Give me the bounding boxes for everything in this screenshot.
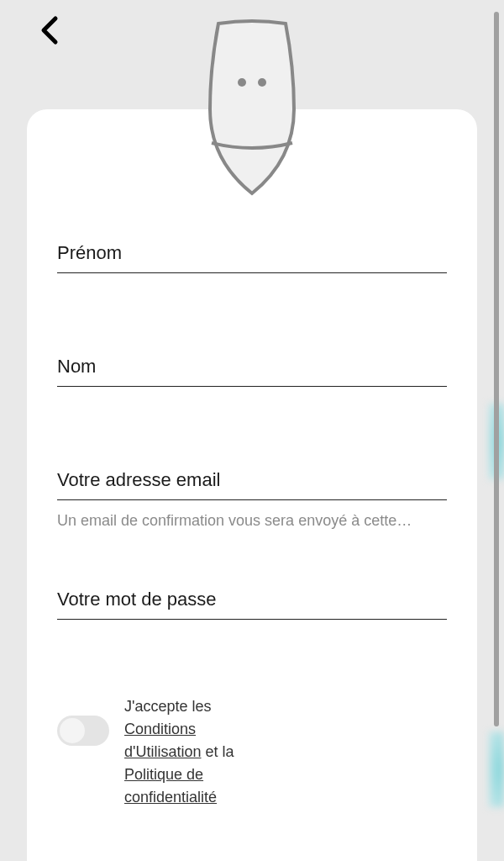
svg-point-1: [258, 78, 266, 87]
consent-prefix: J'accepte les: [124, 698, 212, 715]
scrollbar[interactable]: [494, 12, 499, 726]
svg-point-0: [238, 78, 246, 87]
terms-link[interactable]: Conditions d'Utilisation: [124, 721, 201, 760]
toggle-knob: [60, 718, 85, 743]
privacy-link[interactable]: Politique de confidentialité: [124, 766, 217, 806]
password-field-group: [57, 582, 447, 620]
consent-row: J'accepte les Conditions d'Utilisation e…: [57, 695, 447, 809]
decorative-blob-2: [489, 732, 504, 807]
consent-mid: et la: [201, 743, 234, 760]
email-input[interactable]: [57, 462, 447, 500]
signup-card: Un email de confirmation vous sera envoy…: [27, 109, 477, 861]
email-helper-text: Un email de confirmation vous sera envoy…: [57, 512, 447, 530]
back-button[interactable]: [40, 15, 60, 49]
first-name-input[interactable]: [57, 235, 447, 273]
last-name-input[interactable]: [57, 349, 447, 387]
first-name-field-group: [57, 235, 447, 273]
email-field-group: Un email de confirmation vous sera envoy…: [57, 462, 447, 530]
consent-text: J'accepte les Conditions d'Utilisation e…: [124, 695, 276, 809]
last-name-field-group: [57, 349, 447, 387]
mascot-logo: [186, 17, 318, 205]
password-input[interactable]: [57, 582, 447, 620]
chevron-left-icon: [40, 15, 60, 45]
consent-toggle[interactable]: [57, 716, 109, 746]
